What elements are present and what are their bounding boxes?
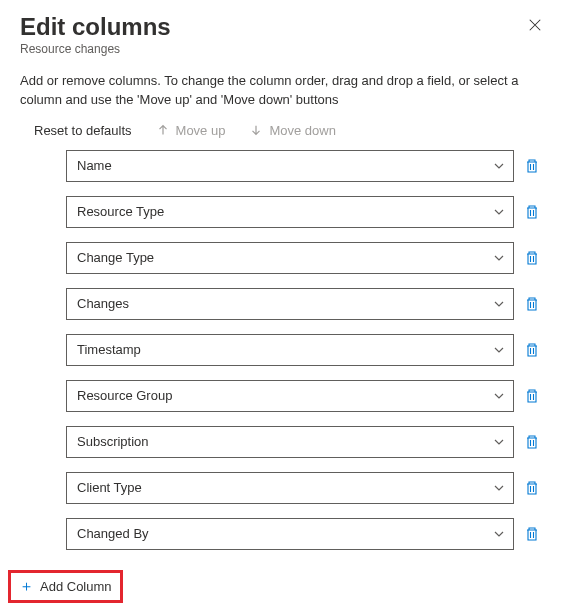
trash-icon — [524, 480, 540, 496]
column-label: Change Type — [77, 250, 154, 265]
move-down-button[interactable]: Move down — [249, 123, 335, 138]
chevron-down-icon — [493, 252, 505, 264]
delete-column-button[interactable] — [524, 250, 540, 266]
column-row: Client Type — [66, 472, 540, 504]
arrow-up-icon — [156, 123, 170, 137]
column-dropdown[interactable]: Client Type — [66, 472, 514, 504]
trash-icon — [524, 434, 540, 450]
column-dropdown[interactable]: Changes — [66, 288, 514, 320]
add-column-button[interactable]: ＋ Add Column — [8, 570, 123, 603]
plus-icon: ＋ — [19, 577, 34, 596]
close-button[interactable] — [524, 14, 546, 39]
column-dropdown[interactable]: Resource Group — [66, 380, 514, 412]
column-row: Subscription — [66, 426, 540, 458]
chevron-down-icon — [493, 528, 505, 540]
delete-column-button[interactable] — [524, 342, 540, 358]
trash-icon — [524, 204, 540, 220]
column-dropdown[interactable]: Resource Type — [66, 196, 514, 228]
chevron-down-icon — [493, 298, 505, 310]
delete-column-button[interactable] — [524, 204, 540, 220]
column-row: Timestamp — [66, 334, 540, 366]
column-row: Change Type — [66, 242, 540, 274]
column-dropdown[interactable]: Subscription — [66, 426, 514, 458]
page-title: Edit columns — [20, 14, 171, 40]
trash-icon — [524, 158, 540, 174]
column-row: Changed By — [66, 518, 540, 550]
column-label: Resource Group — [77, 388, 172, 403]
chevron-down-icon — [493, 482, 505, 494]
delete-column-button[interactable] — [524, 296, 540, 312]
column-dropdown[interactable]: Name — [66, 150, 514, 182]
delete-column-button[interactable] — [524, 480, 540, 496]
chevron-down-icon — [493, 206, 505, 218]
column-label: Resource Type — [77, 204, 164, 219]
move-down-label: Move down — [269, 123, 335, 138]
column-label: Changes — [77, 296, 129, 311]
delete-column-button[interactable] — [524, 158, 540, 174]
column-row: Changes — [66, 288, 540, 320]
delete-column-button[interactable] — [524, 526, 540, 542]
add-column-label: Add Column — [40, 579, 112, 594]
trash-icon — [524, 296, 540, 312]
column-label: Name — [77, 158, 112, 173]
arrow-down-icon — [249, 123, 263, 137]
move-up-button[interactable]: Move up — [156, 123, 226, 138]
column-label: Client Type — [77, 480, 142, 495]
column-row: Resource Group — [66, 380, 540, 412]
trash-icon — [524, 388, 540, 404]
chevron-down-icon — [493, 344, 505, 356]
column-row: Name — [66, 150, 540, 182]
column-label: Timestamp — [77, 342, 141, 357]
move-up-label: Move up — [176, 123, 226, 138]
column-dropdown[interactable]: Timestamp — [66, 334, 514, 366]
page-subtitle: Resource changes — [20, 42, 171, 56]
column-dropdown[interactable]: Change Type — [66, 242, 514, 274]
trash-icon — [524, 250, 540, 266]
column-row: Resource Type — [66, 196, 540, 228]
trash-icon — [524, 342, 540, 358]
chevron-down-icon — [493, 436, 505, 448]
description-text: Add or remove columns. To change the col… — [20, 72, 546, 108]
reset-defaults-button[interactable]: Reset to defaults — [34, 123, 132, 138]
close-icon — [528, 18, 542, 32]
trash-icon — [524, 526, 540, 542]
chevron-down-icon — [493, 160, 505, 172]
column-label: Subscription — [77, 434, 149, 449]
delete-column-button[interactable] — [524, 434, 540, 450]
delete-column-button[interactable] — [524, 388, 540, 404]
toolbar: Reset to defaults Move up Move down — [20, 123, 546, 138]
column-dropdown[interactable]: Changed By — [66, 518, 514, 550]
column-label: Changed By — [77, 526, 149, 541]
chevron-down-icon — [493, 390, 505, 402]
